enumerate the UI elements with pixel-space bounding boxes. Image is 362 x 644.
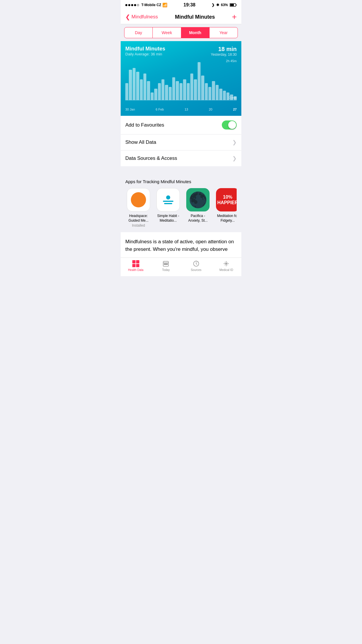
chart-area: 2h 45m 0 min — [125, 59, 237, 106]
dot-2 — [128, 4, 130, 6]
wifi-icon: 📶 — [162, 3, 167, 7]
signal-dots — [125, 4, 139, 6]
chart-baseline — [125, 100, 237, 100]
toggle-knob — [228, 121, 236, 129]
location-icon: ❯ — [212, 3, 215, 7]
tab-medical-id[interactable]: Medical ID — [211, 260, 242, 272]
app-name-happier: Meditation for Fidgety... — [215, 214, 237, 223]
tab-sources-label: Sources — [191, 268, 201, 272]
app-status-headspace: Installed — [132, 223, 145, 228]
chart-bar — [216, 85, 219, 100]
chart-title: Mindful Minutes — [125, 46, 165, 52]
chart-bar — [147, 81, 150, 100]
label-30jan: 30 Jan — [125, 108, 135, 111]
chart-bar — [161, 79, 164, 100]
page-title: Mindful Minutes — [175, 14, 215, 20]
chart-bar — [169, 87, 172, 100]
pacifica-symbol: 🌑 — [189, 191, 208, 209]
chart-max-label: 2h 45m — [226, 59, 237, 63]
back-label: Mindfulness — [131, 14, 158, 20]
status-left: T-Mobile CZ 📶 — [125, 3, 167, 7]
chart-bar — [205, 83, 208, 100]
chart-bar — [194, 79, 197, 100]
tab-month[interactable]: Month — [181, 27, 210, 38]
chart-daily-average: Daily Average: 36 min — [125, 52, 165, 56]
tab-day[interactable]: Day — [124, 27, 153, 38]
chart-bar — [172, 77, 175, 100]
app-pacifica[interactable]: 🌑 Pacifica - Anxiety, St... — [185, 188, 211, 228]
chart-x-labels: 30 Jan 6 Feb 13 20 27 — [125, 106, 237, 111]
chart-header: Mindful Minutes Daily Average: 36 min 18… — [125, 46, 237, 57]
back-chevron: ❮ — [125, 13, 130, 20]
chart-bar — [212, 81, 215, 100]
chart-date: Yesterday, 18:30 — [211, 52, 237, 57]
happier-text: 10%HAPPIER — [217, 194, 237, 205]
app-name-headspace: Headspace: Guided Me... — [125, 214, 152, 223]
chart-bar — [154, 89, 157, 100]
tab-health-data-label: Health Data — [128, 268, 143, 272]
apps-section: Apps for Tracking Mindful Minutes Headsp… — [121, 174, 241, 232]
info-text: Mindfulness is a state of active, open a… — [125, 238, 237, 253]
chart-bar — [176, 81, 179, 100]
bars-wrapper — [125, 59, 237, 100]
app-icon-headspace — [127, 188, 150, 211]
svg-rect-2 — [230, 4, 234, 6]
tab-medical-id-label: Medical ID — [219, 268, 233, 272]
favourites-toggle[interactable] — [222, 120, 237, 130]
tab-health-data[interactable]: Health Data — [121, 260, 151, 272]
label-6feb: 6 Feb — [156, 108, 164, 111]
chart-bar — [158, 83, 161, 100]
health-data-icon — [132, 260, 139, 267]
show-all-data-row[interactable]: Show All Data ❯ — [121, 134, 241, 150]
nav-bar: ❮ Mindfulness Mindful Minutes + — [121, 10, 241, 24]
status-right: ❯ ✱ 63% — [212, 3, 237, 7]
chart-bar — [208, 87, 211, 100]
data-sources-row[interactable]: Data Sources & Access ❯ — [121, 150, 241, 166]
app-simplehabit[interactable]: Simple Habit - Meditatio... — [155, 188, 181, 228]
label-13: 13 — [184, 108, 188, 111]
app-icon-pacifica: 🌑 — [186, 188, 210, 211]
data-sources-right: ❯ — [232, 155, 237, 162]
chart-bar — [136, 72, 139, 100]
carrier-label: T-Mobile CZ — [141, 3, 161, 7]
svg-rect-8 — [166, 264, 166, 265]
tab-year[interactable]: Year — [210, 27, 238, 38]
chart-min-label: 0 min — [229, 96, 237, 99]
section-gap — [121, 166, 241, 174]
show-all-data-right: ❯ — [232, 139, 237, 146]
chart-container: Mindful Minutes Daily Average: 36 min 18… — [121, 41, 241, 116]
app-headspace[interactable]: Headspace: Guided Me... Installed — [125, 188, 152, 228]
sh-line-2 — [164, 203, 172, 204]
dot-4 — [134, 4, 136, 6]
chart-bar — [183, 79, 186, 100]
apps-scroll[interactable]: Headspace: Guided Me... Installed Simple… — [125, 188, 237, 232]
chart-bar — [125, 83, 128, 100]
today-icon — [162, 260, 169, 267]
data-sources-label: Data Sources & Access — [125, 155, 177, 161]
favourites-row[interactable]: Add to Favourites — [121, 116, 241, 134]
app-icon-happier: 10%HAPPIER — [216, 188, 237, 211]
add-button[interactable]: + — [232, 13, 237, 21]
label-27: 27 — [233, 108, 237, 111]
chart-bar — [140, 79, 143, 100]
chart-bar — [201, 76, 204, 100]
tab-today[interactable]: Today — [151, 260, 181, 272]
chart-bar — [223, 91, 226, 100]
sh-line-1 — [163, 201, 173, 202]
chart-bar — [133, 68, 136, 100]
list-section: Add to Favourites Show All Data ❯ Data S… — [121, 116, 241, 166]
dot-1 — [125, 4, 127, 6]
chart-bar — [219, 89, 222, 100]
app-happier[interactable]: 10%HAPPIER Meditation for Fidgety... — [215, 188, 237, 228]
chart-bar — [187, 83, 190, 100]
chart-bar — [165, 85, 168, 100]
app-name-pacifica: Pacifica - Anxiety, St... — [185, 214, 211, 223]
status-time: 19:38 — [184, 2, 196, 8]
favourites-label: Add to Favourites — [125, 122, 164, 128]
tab-sources[interactable]: Sources — [181, 260, 211, 272]
back-button[interactable]: ❮ Mindfulness — [125, 13, 158, 20]
bluetooth-icon: ✱ — [216, 3, 219, 7]
sources-icon — [193, 260, 200, 267]
favourites-right — [222, 120, 237, 130]
tab-week[interactable]: Week — [153, 27, 181, 38]
